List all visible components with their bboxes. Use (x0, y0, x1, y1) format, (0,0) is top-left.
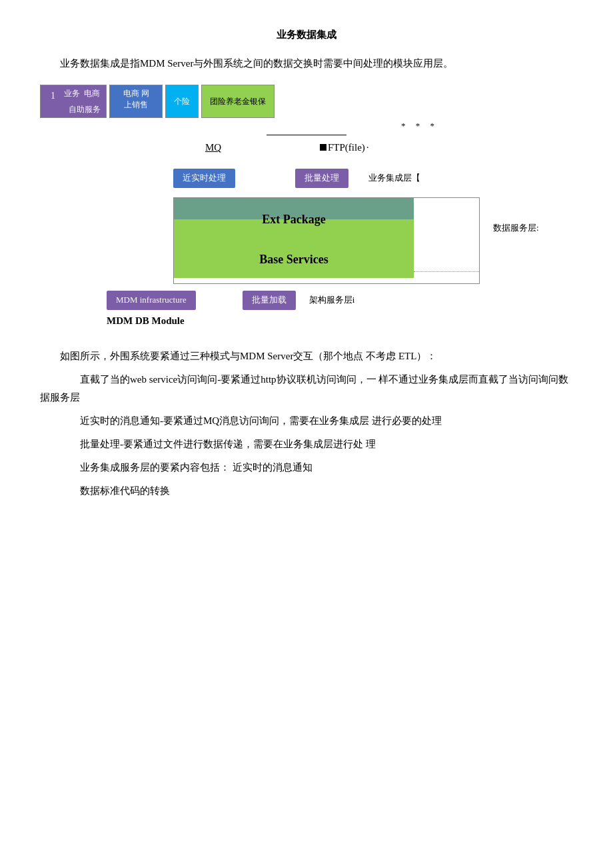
biz-box3-label: 个险 (174, 96, 190, 107)
ftp-square-icon (320, 144, 326, 151)
base-services-box: Base Services (174, 241, 414, 278)
biz-box4-label: 团险养老金银保 (210, 96, 266, 107)
mdm-infrastructure-box: MDM infrastructure (107, 291, 196, 310)
biz-label1: 业务 (64, 88, 80, 99)
mdm-db-label: MDM DB Module (107, 313, 573, 329)
ftp-dot: · (366, 139, 369, 155)
base-services-label: Base Services (259, 250, 328, 269)
mq-label: MQ (187, 139, 240, 155)
intro-paragraph: 业务数据集成是指MDM Server与外围系统之间的数据交换时需要中间处理的模块… (40, 55, 573, 73)
data-service-layer-label: 数据服务层: (493, 221, 539, 235)
biz-label2-top: 电商 (84, 88, 100, 99)
diagram-container: 1 业务 电商 自助服务 电商 网 上销售 个险 团险养老金银保 * * * M… (40, 85, 573, 329)
body-section: 如图所示，外围系统要紧通过三种模式与MDM Server交互（那个地点 不考虑 … (40, 347, 573, 500)
processing-row: 近实时处理 批量处理 业务集成层【 (40, 169, 573, 188)
biz-box-2: 电商 网 上销售 (109, 85, 163, 118)
body-para-3: 近实时的消息通知-要紧通过MQ消息访问询问，需要在业务集成层 进行必要的处理 (40, 412, 573, 430)
ext-package-box: Ext Package (174, 198, 414, 241)
batch-processing-box: 批量处理 (295, 169, 348, 188)
ftp-label: FTP(file) · (320, 139, 369, 155)
body-para-4: 批量处理-要紧通过文件进行数据传递，需要在业务集成层进行处 理 (40, 435, 573, 453)
body-para-6: 数据标准代码的转换 (40, 482, 573, 500)
data-service-block: Ext Package Base Services (173, 197, 480, 284)
biz-num-badge: 1 (46, 88, 60, 104)
ftp-text: FTP(file) (328, 139, 365, 155)
batch-load-box: 批量加载 (243, 291, 296, 310)
page-title: 业务数据集成 (40, 27, 573, 43)
body-para-5: 业务集成服务层的要紧内容包括： 近实时的消息通知 (40, 459, 573, 477)
body-para-2: 直截了当的web service访问询问-要紧通过http协议联机访问询问，一 … (40, 371, 573, 407)
biz-label2-bottom: 自助服务 (69, 104, 101, 115)
biz-box-3: 个险 (165, 85, 199, 118)
infra-row: MDM infrastructure 批量加载 架构服务层i (107, 291, 573, 310)
business-layer-row: 1 业务 电商 自助服务 电商 网 上销售 个险 团险养老金银保 (40, 85, 573, 118)
stars-row: * * * (267, 119, 573, 133)
biz-box-1: 1 业务 电商 自助服务 (40, 85, 107, 118)
separator-line (267, 135, 346, 135)
dotted-line (414, 271, 479, 272)
biz-box2-line2: 上销售 (114, 99, 158, 111)
biz-box-4: 团险养老金银保 (201, 85, 275, 118)
near-realtime-box: 近实时处理 (173, 169, 235, 188)
arch-service-label: 架构服务层i (309, 293, 355, 307)
business-integration-label: 业务集成层【 (368, 171, 420, 185)
body-para-1: 如图所示，外围系统要紧通过三种模式与MDM Server交互（那个地点 不考虑 … (40, 347, 573, 365)
transport-row: MQ FTP(file) · (40, 139, 573, 155)
ext-package-label: Ext Package (262, 210, 325, 229)
biz-box2-line1: 电商 网 (114, 88, 158, 99)
